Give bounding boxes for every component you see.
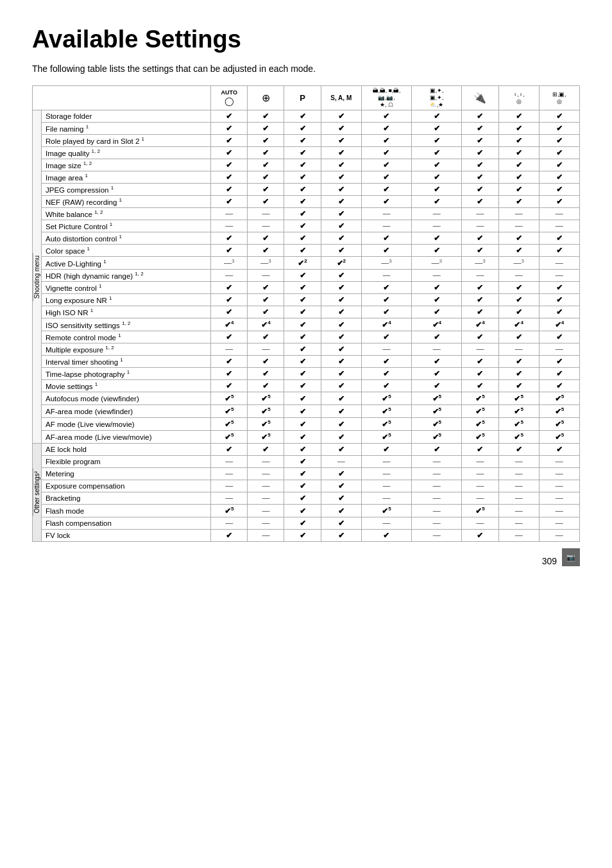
page-number: 309 (542, 556, 557, 566)
cell-value: — (498, 456, 539, 468)
cell-value: ✔ (361, 159, 411, 171)
cell-value: — (498, 530, 539, 542)
cell-value: — (361, 468, 411, 480)
cell-value: ✔ (248, 196, 284, 208)
cell-value: — (412, 456, 462, 468)
cell-value: ✔ (248, 368, 284, 380)
cell-value: — (539, 530, 579, 542)
cell-value: ✔ (248, 184, 284, 196)
cell-value: ✔ (361, 356, 411, 368)
cell-value: — (361, 517, 411, 530)
cell-value: ✔ (462, 368, 498, 380)
cell-value: — (248, 343, 284, 356)
cell-value: ✔5 (498, 431, 539, 444)
cell-value: ✔ (284, 480, 321, 492)
cell-value: ✔ (211, 147, 248, 159)
table-row: ISO sensitivity settings 1, 2✔4✔4✔✔✔4✔4✔… (33, 318, 580, 331)
table-row: Auto distortion control 1✔✔✔✔✔✔✔✔✔ (33, 232, 580, 245)
cell-value: ✔ (321, 220, 361, 232)
cell-value: ✔ (211, 245, 248, 257)
cell-value: ✔ (321, 405, 361, 418)
cell-value: ✔ (211, 184, 248, 196)
cell-value: ✔ (248, 294, 284, 306)
cell-value: ✔ (539, 331, 579, 343)
cell-value: ✔ (321, 196, 361, 208)
cell-value: ✔ (284, 135, 321, 147)
cell-value: ✔5 (211, 431, 248, 444)
cell-value: ✔4 (248, 318, 284, 331)
cell-value: —3 (462, 257, 498, 270)
section-label: Other settings² (33, 469, 41, 516)
cell-value: — (498, 505, 539, 517)
cell-value: ✔ (539, 135, 579, 147)
cell-value: — (539, 505, 579, 517)
cell-value: ✔ (284, 431, 321, 444)
cell-value: ✔ (321, 318, 361, 331)
cell-value: ✔5 (539, 405, 579, 418)
row-label: Image quality 1, 2 (42, 147, 211, 159)
cell-value: — (248, 220, 284, 232)
cell-value: ✔ (361, 282, 411, 294)
cell-value: ✔4 (539, 318, 579, 331)
row-label: Vignette control 1 (42, 282, 211, 294)
row-label: High ISO NR 1 (42, 306, 211, 318)
cell-value: ✔ (284, 306, 321, 318)
table-row: AF mode (Live view/movie)✔5✔5✔✔✔5✔5✔5✔5✔… (33, 418, 580, 431)
cell-value: ✔5 (462, 405, 498, 418)
cell-value: ✔ (539, 380, 579, 392)
cell-value: ✔ (539, 232, 579, 245)
table-row: FV lock✔—✔✔✔—✔—— (33, 530, 580, 542)
cell-value: ✔ (412, 368, 462, 380)
table-row: Interval timer shooting 1✔✔✔✔✔✔✔✔✔ (33, 356, 580, 368)
page-icon: 📷 (562, 548, 580, 566)
cell-value: ✔ (321, 505, 361, 517)
cell-value: ✔ (412, 306, 462, 318)
cell-value: ✔ (321, 480, 361, 492)
cell-value: ✔2 (284, 257, 321, 270)
cell-value: — (412, 492, 462, 505)
col-header-special: 🏔,🏔, ■,🏔, 📷,📷, ★, ☖ (361, 86, 411, 110)
row-label: AF-area mode (Live view/movie) (42, 431, 211, 444)
cell-value: ✔ (321, 232, 361, 245)
cell-value: —3 (211, 257, 248, 270)
cell-value: ✔ (539, 368, 579, 380)
cell-value: — (211, 270, 248, 282)
cell-value: ✔ (321, 171, 361, 184)
cell-value: — (211, 468, 248, 480)
col-header-landscape: ⊞,▣, ◎ (539, 86, 579, 110)
cell-value: — (462, 220, 498, 232)
cell-value: ✔ (321, 530, 361, 542)
cell-value: ✔ (412, 123, 462, 135)
cell-value: ✔ (321, 135, 361, 147)
cell-value: ✔ (321, 123, 361, 135)
cell-value: ✔ (412, 184, 462, 196)
row-label: Movie settings 1 (42, 380, 211, 392)
cell-value: ✔ (361, 245, 411, 257)
cell-value: ✔ (498, 147, 539, 159)
cell-value: ✔ (248, 245, 284, 257)
cell-value: ✔ (462, 196, 498, 208)
cell-value: ✔ (462, 245, 498, 257)
cell-value: ✔ (361, 444, 411, 456)
cell-value: — (361, 270, 411, 282)
table-row: AF-area mode (viewfinder)✔5✔5✔✔✔5✔5✔5✔5✔… (33, 405, 580, 418)
cell-value: ✔ (284, 368, 321, 380)
table-row: Shooting menuStorage folder✔✔✔✔✔✔✔✔✔ (33, 110, 580, 123)
table-row: HDR (high dynamic range) 1, 2——✔✔————— (33, 270, 580, 282)
cell-value: ✔ (321, 343, 361, 356)
table-row: Other settings²AE lock hold✔✔✔✔✔✔✔✔✔ (33, 444, 580, 456)
cell-value: — (248, 517, 284, 530)
cell-value: — (412, 517, 462, 530)
cell-value: ✔ (284, 505, 321, 517)
cell-value: — (462, 517, 498, 530)
cell-value: ✔ (539, 147, 579, 159)
cell-value: ✔ (498, 123, 539, 135)
cell-value: ✔5 (539, 431, 579, 444)
row-label: Set Picture Control 1 (42, 220, 211, 232)
cell-value: ✔ (248, 306, 284, 318)
cell-value: ✔5 (462, 392, 498, 405)
table-row: Vignette control 1✔✔✔✔✔✔✔✔✔ (33, 282, 580, 294)
cell-value: ✔4 (462, 318, 498, 331)
cell-value: — (539, 468, 579, 480)
cell-value: ✔ (284, 517, 321, 530)
